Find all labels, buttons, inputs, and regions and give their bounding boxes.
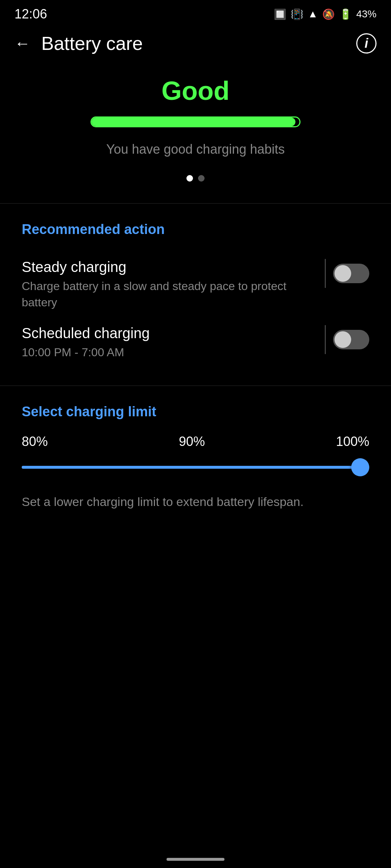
recommended-section: Recommended action Steady charging Charg… (0, 204, 391, 386)
slider-label-90: 90% (179, 434, 205, 449)
back-button[interactable]: ← (14, 35, 30, 51)
battery-status-label: Good (161, 76, 230, 106)
status-bar: 12:06 🔲 📳 ▲ 🔕 🔋 43% (0, 0, 391, 25)
charging-limit-title: Select charging limit (22, 404, 369, 420)
battery-progress-bar (91, 116, 300, 127)
steady-charging-toggle-area (325, 259, 369, 288)
slider-label-100: 100% (336, 434, 369, 449)
charging-limit-section: Select charging limit 80% 90% 100% Set a… (0, 386, 391, 529)
vibrate-icon: 📳 (291, 8, 303, 20)
charging-limit-slider-container[interactable] (22, 456, 369, 478)
steady-charging-title: Steady charging (22, 259, 314, 275)
bottom-nav-indicator (167, 858, 224, 861)
slider-label-80: 80% (22, 434, 48, 449)
page-dot-2[interactable] (198, 175, 205, 182)
steady-charging-toggle[interactable] (333, 264, 369, 283)
toggle-divider-1 (325, 259, 326, 288)
page-title: Battery care (41, 33, 356, 54)
top-bar: ← Battery care i (0, 25, 391, 61)
steady-charging-subtitle: Charge battery in a slow and steady pace… (22, 278, 314, 311)
battery-status-section: Good You have good charging habits (0, 61, 391, 204)
battery-habit-text: You have good charging habits (106, 142, 285, 157)
slider-thumb[interactable] (351, 458, 369, 476)
steady-charging-info: Steady charging Charge battery in a slow… (22, 259, 325, 311)
steady-charging-row: Steady charging Charge battery in a slow… (22, 252, 369, 318)
page-dot-1[interactable] (186, 175, 193, 182)
scheduled-charging-toggle[interactable] (333, 330, 369, 349)
scheduled-charging-time: 10:00 PM - 7:00 AM (22, 344, 314, 361)
page-dots (186, 175, 205, 182)
status-time: 12:06 (14, 7, 47, 22)
battery-icon: 🔋 (339, 8, 352, 20)
scheduled-charging-title: Scheduled charging (22, 325, 314, 341)
scheduled-charging-info: Scheduled charging 10:00 PM - 7:00 AM (22, 325, 325, 361)
slider-hint: Set a lower charging limit to extend bat… (22, 493, 369, 511)
battery-progress-fill (92, 118, 295, 126)
status-icons: 🔲 📳 ▲ 🔕 🔋 43% (274, 8, 377, 20)
slider-track (22, 466, 369, 469)
slider-fill (22, 466, 369, 469)
sim-icon: 🔲 (274, 8, 286, 20)
wifi-icon: ▲ (308, 8, 318, 20)
slider-labels: 80% 90% 100% (22, 434, 369, 449)
battery-percent: 43% (356, 8, 377, 20)
toggle-divider-2 (325, 325, 326, 354)
info-button[interactable]: i (356, 33, 377, 54)
notification-icon: 🔕 (322, 8, 335, 20)
recommended-title: Recommended action (22, 222, 369, 237)
scheduled-charging-toggle-area (325, 325, 369, 354)
scheduled-charging-row: Scheduled charging 10:00 PM - 7:00 AM (22, 318, 369, 368)
